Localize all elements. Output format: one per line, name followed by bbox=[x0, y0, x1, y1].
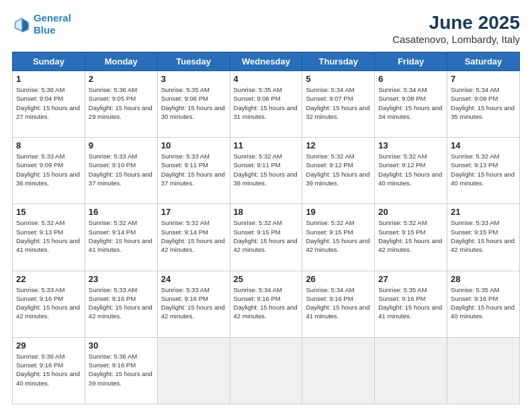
day-detail: Sunrise: 5:32 AMSunset: 9:12 PMDaylight:… bbox=[378, 152, 443, 187]
table-row: 20Sunrise: 5:32 AMSunset: 9:15 PMDayligh… bbox=[375, 204, 447, 271]
calendar-week-row: 29Sunrise: 5:36 AMSunset: 9:16 PMDayligh… bbox=[13, 337, 520, 404]
day-detail: Sunrise: 5:36 AMSunset: 9:05 PMDaylight:… bbox=[89, 85, 154, 121]
day-number: 15 bbox=[16, 207, 81, 217]
day-detail: Sunrise: 5:32 AMSunset: 9:13 PMDaylight:… bbox=[451, 152, 516, 187]
day-detail: Sunrise: 5:33 AMSunset: 9:09 PMDaylight:… bbox=[16, 152, 81, 187]
table-row: 6Sunrise: 5:34 AMSunset: 9:08 PMDaylight… bbox=[375, 71, 447, 138]
table-row: 30Sunrise: 5:36 AMSunset: 9:16 PMDayligh… bbox=[85, 337, 157, 404]
logo-name: GeneralBlue bbox=[34, 12, 71, 36]
table-row: 5Sunrise: 5:34 AMSunset: 9:07 PMDaylight… bbox=[302, 71, 375, 138]
calendar-week-row: 22Sunrise: 5:33 AMSunset: 9:16 PMDayligh… bbox=[13, 271, 520, 337]
day-number: 28 bbox=[451, 274, 516, 284]
table-row bbox=[447, 337, 520, 404]
day-detail: Sunrise: 5:34 AMSunset: 9:16 PMDaylight:… bbox=[306, 285, 371, 321]
table-row: 1Sunrise: 5:36 AMSunset: 9:04 PMDaylight… bbox=[13, 71, 85, 138]
col-sunday: Sunday bbox=[13, 52, 85, 71]
table-row: 8Sunrise: 5:33 AMSunset: 9:09 PMDaylight… bbox=[13, 138, 85, 204]
day-number: 23 bbox=[89, 274, 154, 284]
table-row: 18Sunrise: 5:32 AMSunset: 9:15 PMDayligh… bbox=[230, 204, 302, 271]
col-saturday: Saturday bbox=[447, 52, 520, 71]
table-row: 13Sunrise: 5:32 AMSunset: 9:12 PMDayligh… bbox=[375, 138, 447, 204]
day-detail: Sunrise: 5:32 AMSunset: 9:15 PMDaylight:… bbox=[378, 218, 443, 254]
table-row: 17Sunrise: 5:32 AMSunset: 9:14 PMDayligh… bbox=[157, 204, 230, 271]
day-number: 7 bbox=[451, 74, 516, 84]
day-detail: Sunrise: 5:32 AMSunset: 9:12 PMDaylight:… bbox=[306, 152, 371, 187]
table-row: 15Sunrise: 5:32 AMSunset: 9:13 PMDayligh… bbox=[13, 204, 85, 271]
day-number: 24 bbox=[161, 274, 226, 284]
logo-icon bbox=[12, 15, 31, 34]
day-detail: Sunrise: 5:35 AMSunset: 9:16 PMDaylight:… bbox=[451, 285, 516, 321]
table-row: 19Sunrise: 5:32 AMSunset: 9:15 PMDayligh… bbox=[302, 204, 375, 271]
title-block: June 2025 Casatenovo, Lombardy, Italy bbox=[392, 12, 520, 45]
col-monday: Monday bbox=[85, 52, 157, 71]
day-number: 12 bbox=[306, 140, 371, 150]
day-number: 2 bbox=[89, 74, 154, 84]
day-number: 4 bbox=[234, 74, 299, 84]
day-detail: Sunrise: 5:33 AMSunset: 9:11 PMDaylight:… bbox=[161, 152, 226, 187]
col-wednesday: Wednesday bbox=[230, 52, 302, 71]
table-row: 21Sunrise: 5:33 AMSunset: 9:15 PMDayligh… bbox=[447, 204, 520, 271]
table-row: 23Sunrise: 5:33 AMSunset: 9:16 PMDayligh… bbox=[85, 271, 157, 337]
col-tuesday: Tuesday bbox=[157, 52, 230, 71]
day-detail: Sunrise: 5:32 AMSunset: 9:15 PMDaylight:… bbox=[234, 218, 299, 254]
table-row: 2Sunrise: 5:36 AMSunset: 9:05 PMDaylight… bbox=[85, 71, 157, 138]
table-row: 28Sunrise: 5:35 AMSunset: 9:16 PMDayligh… bbox=[447, 271, 520, 337]
month-title: June 2025 bbox=[392, 12, 520, 34]
table-row: 7Sunrise: 5:34 AMSunset: 9:09 PMDaylight… bbox=[447, 71, 520, 138]
day-detail: Sunrise: 5:35 AMSunset: 9:16 PMDaylight:… bbox=[378, 285, 443, 321]
table-row: 14Sunrise: 5:32 AMSunset: 9:13 PMDayligh… bbox=[447, 138, 520, 204]
day-detail: Sunrise: 5:32 AMSunset: 9:15 PMDaylight:… bbox=[306, 218, 371, 254]
day-number: 21 bbox=[451, 207, 516, 217]
day-number: 30 bbox=[89, 340, 154, 351]
day-number: 18 bbox=[234, 207, 299, 217]
table-row bbox=[157, 337, 230, 404]
day-detail: Sunrise: 5:32 AMSunset: 9:14 PMDaylight:… bbox=[161, 218, 226, 254]
day-number: 3 bbox=[161, 74, 226, 84]
table-row bbox=[230, 337, 302, 404]
day-detail: Sunrise: 5:36 AMSunset: 9:04 PMDaylight:… bbox=[16, 85, 81, 121]
day-detail: Sunrise: 5:36 AMSunset: 9:16 PMDaylight:… bbox=[89, 352, 154, 387]
day-number: 9 bbox=[89, 140, 154, 150]
table-row: 4Sunrise: 5:35 AMSunset: 9:06 PMDaylight… bbox=[230, 71, 302, 138]
table-row: 11Sunrise: 5:32 AMSunset: 9:11 PMDayligh… bbox=[230, 138, 302, 204]
location-title: Casatenovo, Lombardy, Italy bbox=[392, 34, 520, 45]
day-number: 13 bbox=[378, 140, 443, 150]
table-row: 12Sunrise: 5:32 AMSunset: 9:12 PMDayligh… bbox=[302, 138, 375, 204]
table-row: 25Sunrise: 5:34 AMSunset: 9:16 PMDayligh… bbox=[230, 271, 302, 337]
day-detail: Sunrise: 5:33 AMSunset: 9:16 PMDaylight:… bbox=[16, 285, 81, 321]
day-number: 1 bbox=[16, 74, 81, 84]
table-row: 22Sunrise: 5:33 AMSunset: 9:16 PMDayligh… bbox=[13, 271, 85, 337]
day-detail: Sunrise: 5:33 AMSunset: 9:16 PMDaylight:… bbox=[161, 285, 226, 321]
table-row bbox=[375, 337, 447, 404]
header: GeneralBlue June 2025 Casatenovo, Lombar… bbox=[12, 12, 520, 45]
col-thursday: Thursday bbox=[302, 52, 375, 71]
calendar-week-row: 15Sunrise: 5:32 AMSunset: 9:13 PMDayligh… bbox=[13, 204, 520, 271]
day-number: 8 bbox=[16, 140, 81, 150]
table-row: 24Sunrise: 5:33 AMSunset: 9:16 PMDayligh… bbox=[157, 271, 230, 337]
day-detail: Sunrise: 5:34 AMSunset: 9:16 PMDaylight:… bbox=[234, 285, 299, 321]
day-detail: Sunrise: 5:32 AMSunset: 9:14 PMDaylight:… bbox=[89, 218, 154, 254]
table-row: 29Sunrise: 5:36 AMSunset: 9:16 PMDayligh… bbox=[13, 337, 85, 404]
table-row: 16Sunrise: 5:32 AMSunset: 9:14 PMDayligh… bbox=[85, 204, 157, 271]
table-row: 9Sunrise: 5:33 AMSunset: 9:10 PMDaylight… bbox=[85, 138, 157, 204]
day-number: 29 bbox=[16, 340, 81, 351]
table-row bbox=[302, 337, 375, 404]
day-number: 25 bbox=[234, 274, 299, 284]
day-number: 19 bbox=[306, 207, 371, 217]
day-detail: Sunrise: 5:34 AMSunset: 9:08 PMDaylight:… bbox=[378, 85, 443, 121]
calendar: Sunday Monday Tuesday Wednesday Thursday… bbox=[12, 52, 520, 404]
table-row: 26Sunrise: 5:34 AMSunset: 9:16 PMDayligh… bbox=[302, 271, 375, 337]
day-number: 16 bbox=[89, 207, 154, 217]
day-number: 14 bbox=[451, 140, 516, 150]
calendar-header-row: Sunday Monday Tuesday Wednesday Thursday… bbox=[13, 52, 520, 71]
day-detail: Sunrise: 5:35 AMSunset: 9:06 PMDaylight:… bbox=[234, 85, 299, 121]
logo: GeneralBlue bbox=[12, 12, 71, 36]
day-detail: Sunrise: 5:33 AMSunset: 9:15 PMDaylight:… bbox=[451, 218, 516, 254]
table-row: 10Sunrise: 5:33 AMSunset: 9:11 PMDayligh… bbox=[157, 138, 230, 204]
day-detail: Sunrise: 5:32 AMSunset: 9:11 PMDaylight:… bbox=[234, 152, 299, 187]
day-number: 22 bbox=[16, 274, 81, 284]
day-number: 6 bbox=[378, 74, 443, 84]
day-number: 5 bbox=[306, 74, 371, 84]
calendar-week-row: 8Sunrise: 5:33 AMSunset: 9:09 PMDaylight… bbox=[13, 138, 520, 204]
day-number: 17 bbox=[161, 207, 226, 217]
